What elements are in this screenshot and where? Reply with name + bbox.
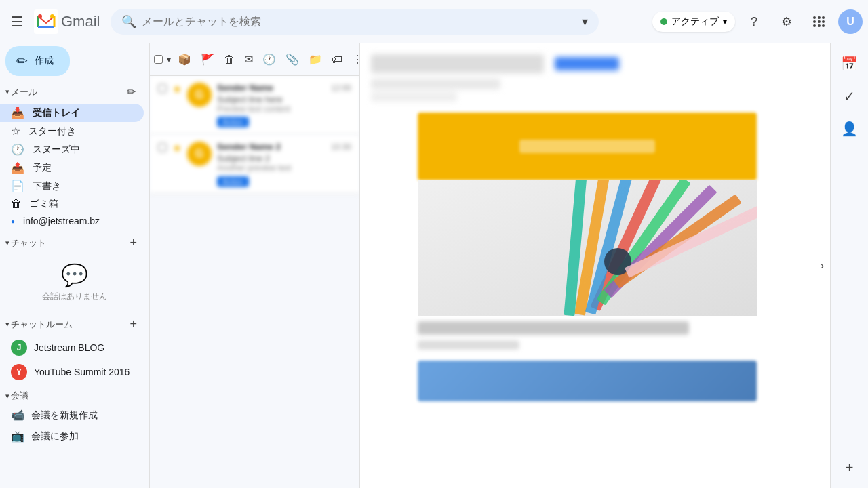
search-options-icon[interactable]: ▾	[582, 14, 588, 29]
inbox-label: 受信トレイ	[33, 107, 133, 119]
mail-section-header[interactable]: ▾ メール ✏	[0, 81, 149, 102]
trash-label: ゴミ箱	[30, 198, 133, 210]
label-icon: 🏷	[332, 54, 342, 65]
chat-section-header[interactable]: ▾ チャット +	[0, 229, 149, 254]
sidebar-item-inbox[interactable]: 📥 受信トレイ	[0, 104, 144, 122]
archive-icon: 📦	[178, 54, 191, 65]
chat-section-label: ▾ チャット	[5, 237, 46, 249]
preview-expand-button[interactable]: ›	[814, 43, 830, 488]
tasks-button[interactable]: ✓	[837, 81, 862, 111]
contacts-button[interactable]: 👤	[834, 114, 865, 144]
preview-header	[371, 54, 803, 102]
compose-label: 作成	[35, 55, 54, 67]
chat-add-button[interactable]: +	[128, 235, 138, 251]
expand-icon: ›	[821, 260, 824, 272]
chat-bubble-icon: 💬	[61, 262, 88, 288]
report-button[interactable]: 🚩	[197, 49, 218, 70]
delete-button[interactable]: 🗑	[220, 49, 239, 70]
settings-icon: ⚙	[781, 14, 792, 29]
email-checkbox-1[interactable]	[158, 84, 167, 93]
chevron-down-icon: ▾	[5, 87, 9, 96]
help-button[interactable]: ?	[741, 8, 768, 35]
sidebar-item-label1[interactable]: ● info@jetstream.bz	[0, 213, 144, 229]
hamburger-icon: ☰	[11, 14, 23, 30]
preview-text-content	[371, 321, 803, 350]
calendar-button[interactable]: 📅	[834, 49, 865, 79]
preview-bottom-section	[371, 361, 803, 401]
room-jetstream-avatar: J	[11, 340, 27, 356]
calendar-icon: 📅	[841, 56, 858, 72]
room-jetstream-label: Jetstream BLOG	[34, 342, 104, 353]
email-item-2[interactable]: ★ G Sender Name 2 10:30 Subject line 2 A…	[150, 135, 359, 194]
more-button[interactable]: ⋮	[348, 49, 360, 70]
mark-icon: ✉	[244, 54, 253, 65]
email-item-1[interactable]: ★ G Sender Name 12:00 Subject line here …	[150, 76, 359, 135]
right-panel-add-button[interactable]: +	[839, 453, 861, 483]
topbar-right: アクティブ ▾ ? ⚙	[652, 8, 863, 35]
scheduled-icon: 📤	[11, 161, 24, 174]
status-pill[interactable]: アクティブ ▾	[652, 12, 735, 32]
label1-icon: ●	[11, 218, 15, 225]
email-star-1[interactable]: ★	[172, 83, 182, 96]
help-icon: ?	[751, 15, 757, 29]
email-body-2: Sender Name 2 10:30 Subject line 2 Anoth…	[217, 142, 351, 186]
meet-chevron-icon: ▾	[5, 392, 9, 401]
attach-button[interactable]: 📎	[281, 49, 303, 70]
preview-content	[360, 43, 814, 488]
move-icon: 📁	[309, 54, 322, 65]
rooms-chevron-icon: ▾	[5, 320, 9, 329]
chat-chevron-icon: ▾	[5, 239, 9, 247]
snoozed-icon: 🕐	[11, 143, 24, 156]
search-input[interactable]	[142, 16, 576, 28]
status-chevron-icon: ▾	[723, 17, 727, 26]
avatar-button[interactable]: U	[838, 9, 863, 34]
hamburger-button[interactable]: ☰	[5, 8, 28, 35]
select-all-checkbox[interactable]	[154, 55, 163, 64]
right-panel: 📅 ✓ 👤 +	[830, 43, 868, 488]
room-youtube-label: YouTube Summit 2016	[34, 367, 130, 378]
room-youtube-avatar: Y	[11, 364, 27, 380]
mail-section-label: ▾ メール	[5, 86, 37, 98]
more-icon: ⋮	[352, 54, 360, 65]
svg-point-2	[50, 14, 54, 18]
compose-button[interactable]: ✏ 作成	[5, 46, 70, 76]
mark-button[interactable]: ✉	[240, 49, 257, 70]
sidebar: ✏ 作成 ▾ メール ✏ 📥 受信トレイ ☆ スター付き	[0, 43, 149, 488]
gmail-logo: Gmail	[34, 9, 100, 34]
chat-empty-state: 💬 会話はありません	[0, 254, 149, 310]
label-button[interactable]: 🏷	[328, 49, 347, 70]
drafts-icon: 📄	[11, 180, 24, 192]
rooms-section-header[interactable]: ▾ チャットルーム +	[0, 310, 149, 336]
settings-button[interactable]: ⚙	[773, 8, 800, 35]
sidebar-item-room-youtube[interactable]: Y YouTube Summit 2016	[0, 360, 144, 384]
move-button[interactable]: 📁	[304, 49, 326, 70]
join-meet-icon: 📺	[11, 430, 24, 443]
add-icon: +	[846, 460, 854, 476]
sidebar-item-starred[interactable]: ☆ スター付き	[0, 122, 144, 140]
email-preview-panel	[360, 43, 814, 488]
trash-icon: 🗑	[11, 198, 22, 210]
email-star-2[interactable]: ★	[172, 142, 182, 155]
archive-button[interactable]: 📦	[174, 49, 195, 70]
sidebar-item-new-meet[interactable]: 📹 会議を新規作成	[0, 405, 149, 426]
sidebar-item-trash[interactable]: 🗑 ゴミ箱	[0, 195, 144, 213]
select-dropdown-button[interactable]: ▾	[165, 54, 172, 66]
sidebar-item-drafts[interactable]: 📄 下書き	[0, 177, 144, 195]
preview-yellow-banner	[371, 113, 803, 180]
meet-section-header[interactable]: ▾ 会議	[0, 384, 149, 405]
snooze-icon: 🕐	[262, 54, 276, 65]
mail-edit-button[interactable]: ✏	[124, 84, 138, 100]
sidebar-item-snoozed[interactable]: 🕐 スヌーズ中	[0, 140, 144, 159]
sidebar-item-room-jetstream[interactable]: J Jetstream BLOG	[0, 336, 144, 360]
new-meet-label: 会議を新規作成	[31, 409, 98, 422]
sidebar-item-join-meet[interactable]: 📺 会議に参加	[0, 426, 149, 447]
search-icon: 🔍	[121, 14, 136, 29]
email-body-1: Sender Name 12:00 Subject line here Prev…	[217, 83, 351, 127]
rooms-add-button[interactable]: +	[128, 316, 138, 333]
apps-button[interactable]	[806, 8, 833, 35]
snooze-button[interactable]: 🕐	[258, 49, 280, 70]
email-checkbox-2[interactable]	[158, 143, 167, 152]
sidebar-item-scheduled[interactable]: 📤 予定	[0, 159, 144, 177]
email-list-scroll[interactable]: ★ G Sender Name 12:00 Subject line here …	[150, 76, 359, 488]
contacts-icon: 👤	[841, 121, 858, 137]
